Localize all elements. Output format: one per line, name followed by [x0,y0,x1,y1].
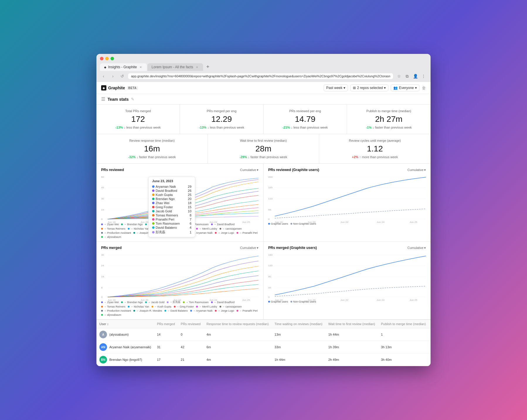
tooltip-row: Greg Foster 15 [152,205,191,209]
prs-merged-graphite-dropdown[interactable]: Cumulative ▾ [407,246,426,250]
page-title-bar: ☰ Team stats ✎ [96,94,431,105]
sidebar-toggle[interactable]: ☰ [101,96,105,102]
edit-title-icon[interactable]: ✎ [131,97,134,101]
legend-item: → Kush Gupta [152,305,171,308]
tooltip-row: Tomas Reimers 8 [152,213,191,217]
repos-dropdown-icon: ▾ [384,86,386,90]
prs-reviewed-graphite-area: 200 165 110 55 0 Jun 18 Jun 20 Jun 22 J [268,174,426,221]
stat-publish-to-merge: Publish to merge time (median) 2h 27m -1… [347,105,431,134]
svg-text:Jun 18: Jun 18 [108,221,115,223]
legend-item: → Brendan Ngo [121,222,143,226]
svg-text:135: 135 [268,264,273,267]
app-content: ◆ Graphite BETA Past week ▾ ⊞ 2 repos se… [96,82,431,366]
tab-close-lorem[interactable]: ✕ [195,65,199,69]
prs-merged-dropdown[interactable]: Cumulative ▾ [240,246,259,250]
table-row: A (alyssabaum) 14 0 4m 13m 1h 44m 1 1 -7… [96,328,431,341]
tooltip-dot [152,198,154,200]
svg-text:165: 165 [268,186,273,189]
legend-item: → Production Assistant [101,309,131,312]
svg-text:0: 0 [101,218,103,220]
graphite-users-svg: 200 165 110 55 0 Jun 18 Jun 20 Jun 22 J [268,174,426,221]
users-filter[interactable]: 👥 Everyone ▾ [391,84,419,91]
user-profile-button[interactable]: 👤 [412,73,419,80]
users-dropdown-icon: ▾ [415,86,417,90]
prs-reviewed-chart: PRs reviewed Cumulative ▾ 60 45 30 15 0 [96,164,264,242]
tooltip-dot [152,206,154,208]
svg-text:Jun 20: Jun 20 [308,221,316,223]
clear-button[interactable]: 🗑 [422,86,426,90]
back-button[interactable]: ‹ [100,73,107,80]
bookmark-button[interactable]: ☆ [395,73,402,80]
stats-middle-row: Review response time (median) 16m -32% ↓… [96,134,431,164]
tooltip-row: David Bradford 26 [152,189,191,193]
reload-button[interactable]: ↺ [119,73,126,80]
legend-item: → Jorge Lugo [215,231,234,234]
legend-item: → alyssabaum [101,313,121,316]
period-filter[interactable]: Past week ▾ [324,84,348,91]
stat-review-response: Review response time (median) 16m -32% ↓… [96,134,208,163]
repos-filter[interactable]: ⊞ 2 repos selected ▾ [350,84,388,91]
col-user[interactable]: User ↕ [96,320,154,328]
svg-text:Jun 18: Jun 18 [275,221,283,223]
col-review-cycles: Review cycles until merge [429,320,431,328]
stats-top-row: Total PRs merged 172 -13% ↓ less than pr… [96,105,431,134]
svg-text:45: 45 [101,186,104,189]
svg-text:Jun 25: Jun 25 [409,221,417,223]
legend-item: → Greg Foster [174,305,194,308]
tooltip-row: Aryaman Naik 29 [152,185,191,189]
stat-prs-reviewed-per-eng: PRs reviewed per eng 14.79 -21% ↓ less t… [264,105,347,134]
legend-item: → Merril Lutsky [196,305,217,308]
traffic-light-close[interactable] [100,57,103,60]
col-response-time: Response time to review requests (median… [203,320,271,328]
tooltip-row: Pranathi Peri 7 [152,217,191,221]
prs-reviewed-dropdown[interactable]: Cumulative ▾ [240,168,259,172]
tooltip-dot [152,202,154,204]
prs-reviewed-graphite-dropdown[interactable]: Cumulative ▾ [407,168,426,172]
traffic-light-maximize[interactable] [110,57,114,60]
legend-item: → Tom Rasmussen [183,300,208,304]
tab-lorem-ipsum[interactable]: Lorem Ipsum - All the facts ✕ [147,63,203,71]
app-name: Graphite [108,86,125,90]
svg-text:Jun 25: Jun 25 [409,298,417,301]
svg-text:Jun 20: Jun 20 [140,298,148,301]
table-body: A (alyssabaum) 14 0 4m 13m 1h 44m 1 1 -7… [96,328,431,366]
legend-item: → Aryaman Naik [190,309,213,312]
avatar: BN [99,356,107,363]
new-tab-button[interactable]: + [204,63,212,71]
traffic-light-minimize[interactable] [105,57,109,60]
svg-text:15: 15 [101,208,104,211]
tooltip-dot [152,189,154,192]
prs-reviewed-graphite-header: PRs reviewed (Graphite users) Cumulative… [268,168,426,172]
avatar: A [99,331,107,338]
svg-text:8: 8 [101,286,103,289]
svg-text:Jun 18: Jun 18 [275,298,283,301]
svg-text:30: 30 [101,197,104,200]
svg-text:Jun 20: Jun 20 [140,221,148,223]
tooltip-dot [152,185,154,188]
tab-close-insights[interactable]: ✕ [139,65,143,69]
legend-item: → Jorge Lugo [215,309,234,312]
stat-wait-first-review: Wait time to first review (median) 28m -… [208,134,319,163]
url-bar[interactable] [128,73,393,79]
col-wait-first: Wait time to first review (median) [325,320,378,328]
tooltip-dot [152,214,154,216]
extensions-button[interactable]: ⧉ [404,73,411,80]
svg-text:Jun 24: Jun 24 [377,221,385,223]
svg-text:180: 180 [268,253,273,256]
tooltip-dot [152,231,154,233]
logo-icon: ◆ [101,85,106,91]
prs-merged-header: PRs merged Cumulative ▾ [101,246,259,250]
legend-item: → Tomas Reimers [101,227,125,230]
menu-button[interactable]: ⋮ [420,73,427,80]
svg-text:Jun 25: Jun 25 [242,221,250,223]
prs-reviewed-title: PRs reviewed [101,168,124,172]
dropdown-chevron-3: ▾ [257,246,259,250]
tooltip-dot [152,210,154,212]
prs-merged-svg: 30 24 18 8 0 Jun 18 Jun 20 Jun 22 Jun 2 [101,252,259,298]
svg-text:110: 110 [268,197,273,200]
user-cell: AN Aryaman Naik (aryamannaik) [99,343,151,351]
svg-text:60: 60 [101,175,104,178]
app-logo: ◆ Graphite BETA [101,85,138,91]
forward-button[interactable]: › [109,73,116,80]
tab-insights[interactable]: ◆ Insights - Graphite ✕ [100,63,147,71]
